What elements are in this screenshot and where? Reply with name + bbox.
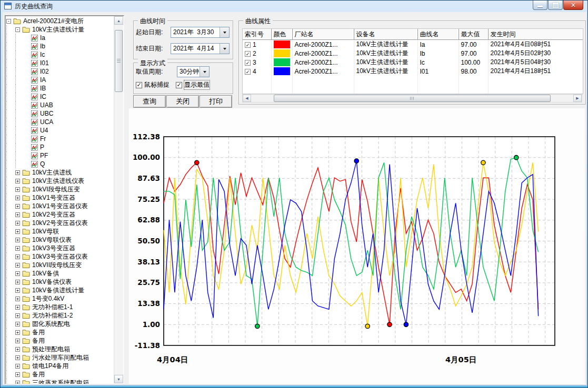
period-combobox[interactable]: 30分钟 xyxy=(177,66,210,77)
print-button[interactable]: 打印 xyxy=(200,95,232,108)
tree-item-folder[interactable]: +三效蒸发系统配电箱 xyxy=(6,379,114,384)
tree-item-curve[interactable]: Ic xyxy=(6,50,114,59)
close-query-button[interactable]: 关闭 xyxy=(166,95,199,108)
tree-item-folder[interactable]: +10kV2号变压器仪表 xyxy=(6,219,114,227)
end-date-dropdown-button[interactable] xyxy=(220,44,229,54)
tree-item-curve[interactable]: I01 xyxy=(6,59,114,67)
tree-item-folder[interactable]: +10kV备供仪表 xyxy=(6,278,114,286)
tree-item-curve[interactable]: UCA xyxy=(6,118,114,126)
tree-item-folder[interactable]: +无功补偿柜1-1 xyxy=(6,303,114,311)
tree-item-folder[interactable]: +10kV主供进线 xyxy=(6,168,114,177)
scroll-up-button[interactable]: ▲ xyxy=(114,16,123,25)
column-header[interactable]: 颜色 xyxy=(271,29,292,40)
tree-item-folder[interactable]: +备用 xyxy=(6,328,114,336)
tree-item-curve[interactable]: Fr xyxy=(6,135,114,143)
end-date-combobox[interactable]: 2021年 4月14 xyxy=(171,43,230,54)
expander-icon[interactable]: + xyxy=(15,372,20,377)
query-button[interactable]: 查询 xyxy=(133,95,166,108)
column-header[interactable]: 发生时间 xyxy=(488,29,583,40)
expander-icon[interactable]: - xyxy=(6,19,11,24)
expander-icon[interactable]: + xyxy=(15,305,20,310)
table-row[interactable]: ✓1Acrel-2000Z1...10kV主供进线计量Ia97.002021年4… xyxy=(243,40,583,49)
tree-item-curve[interactable]: IC xyxy=(6,93,114,101)
tree-item-folder[interactable]: +10kVII段母线压变 xyxy=(6,261,114,269)
column-header[interactable]: 最大值 xyxy=(459,29,488,40)
table-row[interactable]: ✓2Acrel-2000Z1...10kV主供进线计量Ib97.002021年4… xyxy=(243,49,583,58)
minimize-button[interactable] xyxy=(533,1,547,10)
tree-item-folder[interactable]: +固化系统配电 xyxy=(6,320,114,328)
expander-icon[interactable]: + xyxy=(15,204,20,209)
tree-item-folder[interactable]: +10kV1号变压器仪表 xyxy=(6,202,114,210)
expander-icon[interactable]: + xyxy=(15,280,20,284)
expander-icon[interactable]: + xyxy=(15,196,20,200)
tree-item-group[interactable]: -10kV主供进线计量 xyxy=(6,25,114,34)
maximize-button[interactable] xyxy=(548,1,563,10)
tree-item-folder[interactable]: +10kVI段母线压变 xyxy=(6,185,114,193)
tree-vertical-scrollbar[interactable]: ▲ ▼ xyxy=(114,16,123,383)
expander-icon[interactable]: + xyxy=(15,187,20,192)
tree-item-curve[interactable]: IA xyxy=(6,76,114,84)
mouse-capture-checkbox[interactable]: ✓ xyxy=(136,82,142,88)
start-date-dropdown-button[interactable] xyxy=(220,27,229,37)
row-checkbox[interactable]: ✓ xyxy=(245,69,251,75)
start-date-combobox[interactable]: 2021年 3月30 xyxy=(171,27,230,38)
expander-icon[interactable]: + xyxy=(15,179,20,183)
column-header[interactable]: 索引号 xyxy=(243,29,271,40)
tree-item-root[interactable]: -Acrel-2000Z1#变电所 xyxy=(6,17,114,25)
expander-icon[interactable]: + xyxy=(15,313,20,318)
row-checkbox[interactable]: ✓ xyxy=(245,60,251,66)
tree-item-curve[interactable]: Ib xyxy=(6,42,114,50)
tree-item-folder[interactable]: +备用 xyxy=(6,336,114,345)
expander-icon[interactable]: + xyxy=(15,288,20,293)
tree-item-curve[interactable]: P xyxy=(6,143,114,151)
table-row[interactable]: ✓4Acrel-2000Z1...10kV主供进线计量I0198.002021年… xyxy=(243,67,583,76)
column-header[interactable]: 厂站名 xyxy=(292,29,354,40)
table-row[interactable]: ✓3Acrel-2000Z1...10kV主供进线计量Ic100.002021年… xyxy=(243,58,583,67)
expander-icon[interactable]: + xyxy=(15,355,20,360)
expander-icon[interactable]: + xyxy=(15,297,20,301)
close-button[interactable]: ✕ xyxy=(563,1,583,10)
expander-icon[interactable]: + xyxy=(15,322,20,326)
expander-icon[interactable]: + xyxy=(15,212,20,217)
tree-item-curve[interactable]: I02 xyxy=(6,67,114,76)
tree-item-curve[interactable]: Q xyxy=(6,160,114,168)
tree-item-folder[interactable]: +10kV1号变压器 xyxy=(6,193,114,202)
column-header[interactable]: 设备名 xyxy=(354,29,417,40)
tree-item-folder[interactable]: +预处理配电箱 xyxy=(6,345,114,353)
tree-item-folder[interactable]: +10kV主供进线仪表 xyxy=(6,177,114,185)
scroll-right-button[interactable]: ▶ xyxy=(573,95,582,102)
tree-item-folder[interactable]: +10kV3号变压器仪表 xyxy=(6,252,114,261)
table-horizontal-scrollbar[interactable]: ◀ ▶ xyxy=(242,94,582,103)
tree-item-curve[interactable]: UAB xyxy=(6,101,114,109)
expander-icon[interactable]: + xyxy=(15,221,20,226)
expander-icon[interactable]: + xyxy=(15,246,20,251)
scroll-left-button[interactable]: ◀ xyxy=(243,95,251,102)
period-dropdown-button[interactable] xyxy=(200,67,209,77)
expander-icon[interactable]: + xyxy=(15,170,20,175)
expander-icon[interactable]: - xyxy=(15,27,20,32)
tree-item-curve[interactable]: UBC xyxy=(6,109,114,118)
expander-icon[interactable]: + xyxy=(15,339,20,343)
tree-item-folder[interactable]: +污水处理车间配电箱 xyxy=(6,353,114,362)
tree-item-folder[interactable]: +10kV备供 xyxy=(6,269,114,278)
expander-icon[interactable]: + xyxy=(15,347,20,352)
tree-item-folder[interactable]: +无功补偿柜1-2 xyxy=(6,311,114,320)
title-bar[interactable]: 历史曲线查询 ✕ xyxy=(1,1,587,12)
column-header[interactable]: 曲线名 xyxy=(417,29,459,40)
tree-item-folder[interactable]: +备用 xyxy=(6,370,114,379)
expander-icon[interactable]: + xyxy=(15,229,20,234)
expander-icon[interactable]: + xyxy=(15,263,20,268)
expander-icon[interactable]: + xyxy=(15,330,20,335)
scroll-thumb[interactable] xyxy=(115,30,123,92)
expander-icon[interactable]: + xyxy=(15,381,20,384)
show-extremes-checkbox[interactable]: ✓ xyxy=(176,82,182,88)
tree-item-curve[interactable]: U4 xyxy=(6,126,114,135)
row-checkbox[interactable]: ✓ xyxy=(245,42,251,48)
scrollbar-track[interactable] xyxy=(251,95,573,102)
tree-item-folder[interactable]: +10kV母联 xyxy=(6,227,114,236)
expander-icon[interactable]: + xyxy=(15,238,20,242)
expander-icon[interactable]: + xyxy=(15,271,20,276)
tree-item-curve[interactable]: Ia xyxy=(6,34,114,42)
scroll-down-button[interactable]: ▼ xyxy=(114,375,123,383)
row-checkbox[interactable]: ✓ xyxy=(245,51,251,57)
